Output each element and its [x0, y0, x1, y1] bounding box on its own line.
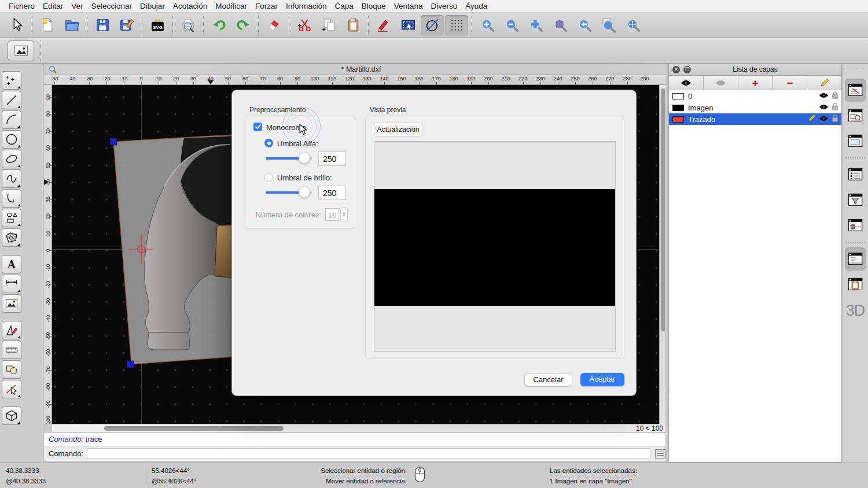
- delete-eraser-icon[interactable]: [262, 15, 285, 36]
- layer-row[interactable]: 0: [669, 90, 841, 102]
- ruler-label: 90: [290, 76, 304, 82]
- brightness-slider-thumb[interactable]: [299, 186, 310, 198]
- clipboard-panel-panel-icon[interactable]: [845, 273, 866, 296]
- image-tool-icon[interactable]: [2, 294, 21, 313]
- vertical-scrollbar-thumb[interactable]: [661, 88, 665, 331]
- shapes-tool-icon[interactable]: [2, 209, 21, 227]
- spline-tool-icon[interactable]: [2, 169, 21, 188]
- property-editor-panel-icon[interactable]: [845, 163, 866, 186]
- command-line-toggle-icon[interactable]: [655, 449, 665, 459]
- menu-capa[interactable]: Capa: [331, 0, 358, 13]
- circle-tool-icon[interactable]: [2, 130, 21, 149]
- ruler-tick: [49, 353, 52, 353]
- add-layer-icon[interactable]: +: [738, 76, 773, 90]
- grid-snap-icon[interactable]: [445, 15, 468, 36]
- undo-icon[interactable]: [207, 15, 230, 36]
- menu-acotacion[interactable]: Acotación: [169, 0, 211, 13]
- copy-icon[interactable]: [317, 15, 340, 36]
- menu-ventana[interactable]: Ventana: [390, 0, 427, 13]
- image-tool-icon[interactable]: [8, 40, 34, 61]
- zoom-previous-icon[interactable]: [573, 15, 596, 36]
- brightness-value-field[interactable]: 250: [318, 186, 346, 200]
- horizontal-scrollbar-thumb[interactable]: [104, 426, 284, 431]
- update-preview-button[interactable]: Actualización: [374, 123, 422, 136]
- menu-dibujar[interactable]: Dibujar: [136, 0, 169, 13]
- remove-layer-icon[interactable]: −: [773, 76, 807, 90]
- measure-tool-icon[interactable]: [2, 341, 21, 359]
- hide-all-icon[interactable]: [704, 76, 738, 90]
- accept-button[interactable]: Aceptar: [580, 373, 624, 386]
- layer-row[interactable]: Imagen: [669, 102, 841, 113]
- layer-lock-icon[interactable]: [832, 102, 838, 113]
- menu-editar[interactable]: Editar: [39, 0, 67, 13]
- layer-row[interactable]: Trazado: [669, 113, 841, 125]
- solid-3d-tool-icon[interactable]: [2, 406, 21, 425]
- layer-visible-icon[interactable]: [819, 103, 829, 112]
- layer-visible-icon[interactable]: [819, 92, 829, 101]
- paste-icon[interactable]: [341, 15, 365, 36]
- selection-rectangle-icon[interactable]: [396, 15, 420, 36]
- brightness-threshold-radio[interactable]: [264, 173, 273, 182]
- command-input[interactable]: [87, 448, 650, 459]
- horizontal-scrollbar[interactable]: 10 < 100: [52, 424, 665, 432]
- library-browser-panel-icon[interactable]: [845, 130, 866, 153]
- hatch-tool-icon[interactable]: [2, 228, 21, 247]
- alpha-value-field[interactable]: 250: [318, 151, 346, 166]
- zoom-in-icon[interactable]: [476, 15, 499, 36]
- svg-export-icon[interactable]: SVG: [146, 15, 169, 36]
- menu-bloque[interactable]: Bloque: [358, 0, 390, 13]
- block-list-panel-icon[interactable]: [845, 104, 866, 127]
- selection-filter-panel-icon[interactable]: [845, 188, 866, 212]
- polyline-tool-icon[interactable]: [2, 189, 21, 208]
- layer-edit-icon[interactable]: [807, 114, 816, 124]
- show-all-icon[interactable]: [669, 76, 704, 90]
- new-document-icon[interactable]: [36, 15, 59, 36]
- menu-ver[interactable]: Ver: [67, 0, 87, 13]
- selection-handle[interactable]: [127, 361, 134, 368]
- menu-diverso[interactable]: Diverso: [426, 0, 461, 13]
- alpha-threshold-radio[interactable]: [264, 139, 273, 147]
- edit-layer-icon[interactable]: [807, 76, 841, 90]
- menu-fichero[interactable]: Fichero: [5, 0, 39, 13]
- dimension-tool-icon[interactable]: [2, 275, 21, 293]
- layer-visible-icon[interactable]: [819, 115, 829, 124]
- menu-modificar[interactable]: Modificar: [211, 0, 251, 13]
- points-tool-icon[interactable]: [2, 71, 21, 90]
- text-tool-icon[interactable]: A: [2, 255, 21, 273]
- cad-tools-tool-icon[interactable]: [2, 321, 21, 339]
- vertical-scrollbar[interactable]: [659, 85, 665, 424]
- zoom-selection-icon[interactable]: [549, 15, 572, 36]
- cut-icon[interactable]: [293, 15, 316, 36]
- draw-pencil-icon[interactable]: [372, 15, 395, 36]
- selection-handle[interactable]: [110, 138, 117, 145]
- redo-icon[interactable]: [231, 15, 255, 36]
- zoom-out-icon[interactable]: [500, 15, 523, 36]
- pan-icon[interactable]: [621, 15, 645, 36]
- ellipse-tool-icon[interactable]: [2, 150, 21, 168]
- open-file-icon[interactable]: [60, 15, 83, 36]
- layer-lock-icon[interactable]: [832, 91, 838, 101]
- layer-lock-icon[interactable]: [832, 114, 838, 124]
- menu-forzar[interactable]: Forzar: [251, 0, 282, 13]
- ruler-label: 210: [499, 76, 513, 82]
- arc-tool-icon[interactable]: [2, 110, 21, 129]
- print-preview-icon[interactable]: [176, 15, 200, 36]
- selection-cursor-icon[interactable]: [5, 15, 28, 36]
- relative-zero-panel-icon[interactable]: [845, 214, 866, 237]
- save-as-icon[interactable]: [115, 15, 138, 36]
- menu-seleccionar[interactable]: Seleccionar: [87, 0, 137, 13]
- command-line-panel-icon[interactable]: [845, 247, 866, 271]
- zoom-window-icon[interactable]: [597, 15, 620, 36]
- line-tool-icon[interactable]: [2, 91, 21, 109]
- monochrome-checkbox[interactable]: [253, 123, 262, 131]
- menu-informacion[interactable]: Información: [282, 0, 331, 13]
- menu-ayuda[interactable]: Ayuda: [461, 0, 491, 13]
- layer-list-panel-icon[interactable]: [845, 79, 866, 102]
- trace-circle-icon[interactable]: [421, 15, 444, 36]
- cancel-button[interactable]: Cancelar: [524, 373, 572, 386]
- zoom-auto-icon[interactable]: [524, 15, 547, 36]
- select-entity-tool-icon[interactable]: [2, 380, 21, 398]
- alpha-slider-thumb[interactable]: [299, 152, 310, 164]
- save-icon[interactable]: [91, 15, 114, 36]
- modify-shapes-tool-icon[interactable]: [2, 360, 21, 379]
